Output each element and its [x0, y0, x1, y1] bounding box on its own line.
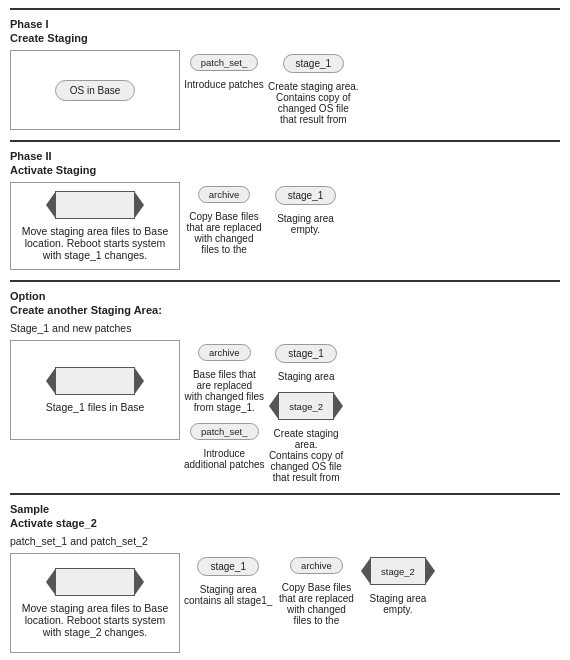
stage2-hex-sample: stage_2 [370, 557, 426, 585]
option-title: Create another Staging Area: [10, 304, 560, 316]
stage2-desc-opt: Create stagingarea.Contains copy ofchang… [269, 428, 344, 483]
phase-1-title: Create Staging [10, 32, 560, 44]
phase-2-box-label: Move staging area files to Baselocation.… [22, 225, 169, 261]
phase-2-diagram-box: Move staging area files to Baselocation.… [10, 182, 180, 270]
option-content: Stage_1 files in Base archive Base files… [10, 340, 560, 483]
option-diagram-box: Stage_1 files in Base [10, 340, 180, 440]
sample-archive-col: archive Copy Base filesthat are replaced… [276, 557, 356, 626]
sample-stage1-col: stage_1 Staging areacontains all stage1_ [184, 557, 272, 606]
phase-2-stage-col: stage_1 Staging areaempty. [268, 186, 343, 235]
sample-content: Move staging area files to Baselocation.… [10, 553, 560, 653]
option-label: Option [10, 290, 560, 302]
stage1-desc-opt: Staging area [278, 371, 335, 382]
stage2-desc-sample: Staging areaempty. [370, 593, 427, 615]
phase-1-content: OS in Base patch_set_ Introduce patches … [10, 50, 560, 130]
stage1-desc-sample: Staging areacontains all stage1_ [184, 584, 272, 606]
phase-1-stage-col: stage_1 Create staging area.Contains cop… [268, 54, 359, 125]
stage1-pill: stage_1 [283, 54, 345, 73]
patch-set-pill-opt: patch_set_ [190, 423, 258, 440]
archive-pill-p2: archive [198, 186, 251, 203]
stage1-desc: Create staging area.Contains copy ofchan… [268, 81, 359, 125]
option-section: Option Create another Staging Area: Stag… [10, 280, 560, 493]
sample-title: Activate stage_2 [10, 517, 560, 529]
phase-2-label: Phase II [10, 150, 560, 162]
phase-1-section: Phase I Create Staging OS in Base patch_… [10, 8, 560, 140]
sample-section: Sample Activate stage_2 patch_set_1 and … [10, 493, 560, 660]
phase-2-content: Move staging area files to Baselocation.… [10, 182, 560, 270]
phase-1-patch-col: patch_set_ Introduce patches [184, 54, 264, 90]
stage1-desc-p2: Staging areaempty. [277, 213, 334, 235]
option-middle-cols: archive Base files thatare replacedwith … [184, 344, 265, 470]
option-desc: Stage_1 and new patches [10, 322, 560, 334]
phase-2-archive-col: archive Copy Base filesthat are replaced… [184, 186, 264, 255]
option-box-label: Stage_1 files in Base [46, 401, 145, 413]
sample-diagram-box: Move staging area files to Baselocation.… [10, 553, 180, 653]
sample-label: Sample [10, 503, 560, 515]
stage1-pill-opt: stage_1 [275, 344, 337, 363]
sample-arrow-hex [55, 568, 135, 596]
option-stage2-col: stage_2 Create stagingarea.Contains copy… [269, 392, 344, 483]
sample-box-label: Move staging area files to Baselocation.… [22, 602, 169, 638]
option-stage1-col: stage_1 Staging area [269, 344, 344, 382]
phase-2-title: Activate Staging [10, 164, 560, 176]
stage2-hex-opt: stage_2 [278, 392, 334, 420]
option-arrow-hex [55, 367, 135, 395]
stage1-pill-sample: stage_1 [197, 557, 259, 576]
phase-2-section: Phase II Activate Staging Move staging a… [10, 140, 560, 280]
archive-label-sample: Copy Base filesthat are replacedwith cha… [279, 582, 354, 626]
os-in-base-pill: OS in Base [55, 80, 136, 101]
archive-label-p2: Copy Base filesthat are replacedwith cha… [186, 211, 261, 255]
option-stage-cols: stage_1 Staging area stage_2 Create stag… [269, 344, 344, 483]
archive-label-opt: Base files thatare replacedwith changed … [185, 369, 265, 413]
patch-set-label: Introduce patches [184, 79, 264, 90]
archive-pill-sample: archive [290, 557, 343, 574]
phase-1-diagram-box: OS in Base [10, 50, 180, 130]
patch-set-pill: patch_set_ [190, 54, 258, 71]
sample-stage2-col: stage_2 Staging areaempty. [360, 557, 435, 615]
page: Phase I Create Staging OS in Base patch_… [0, 0, 570, 660]
stage1-pill-p2: stage_1 [275, 186, 337, 205]
option-patch-col: patch_set_ Introduceadditional patches [184, 423, 265, 470]
patch-set-label-opt: Introduceadditional patches [184, 448, 265, 470]
sample-desc: patch_set_1 and patch_set_2 [10, 535, 560, 547]
option-archive-col: archive Base files thatare replacedwith … [184, 344, 265, 413]
archive-pill-opt: archive [198, 344, 251, 361]
phase-1-label: Phase I [10, 18, 560, 30]
phase-2-arrow-hex [55, 191, 135, 219]
